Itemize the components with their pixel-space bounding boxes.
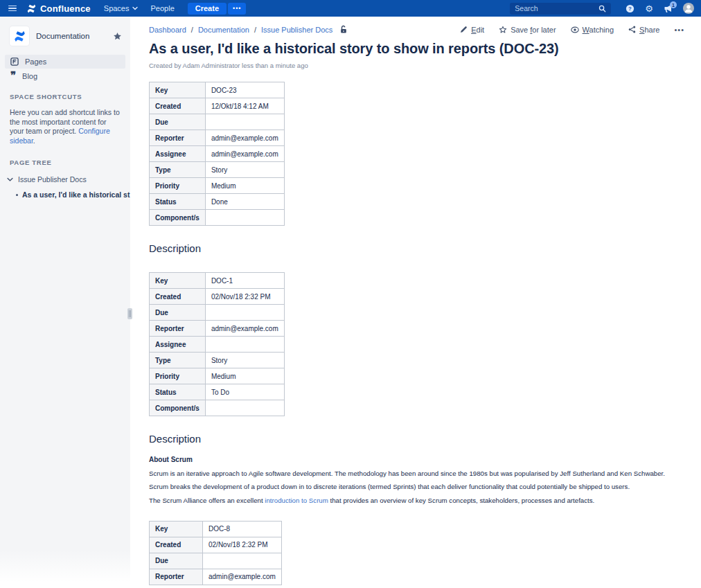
sidebar-resize-handle[interactable]: [127, 308, 132, 319]
table-row: Priority Medium: [150, 178, 285, 194]
field-label-cell: Key: [150, 273, 206, 289]
field-value-cell: Story: [205, 353, 284, 368]
nav-spaces[interactable]: Spaces: [104, 4, 138, 12]
breadcrumb-separator: /: [254, 26, 256, 34]
field-label-cell: Assignee: [150, 146, 206, 162]
table-row: Key DOC-8: [150, 521, 282, 537]
share-button[interactable]: Share: [628, 26, 659, 34]
table-row: Reporter admin@example.com: [150, 569, 282, 585]
paragraph-text: that provides an overview of key Scrum c…: [328, 497, 594, 504]
tree-item-issue-publisher-docs[interactable]: Issue Publisher Docs: [7, 175, 121, 184]
shortcuts-text-period: .: [33, 136, 35, 145]
field-value-cell: admin@example.com: [205, 130, 284, 146]
save-for-later-button[interactable]: Save for later: [499, 26, 556, 34]
tree-item-current-page[interactable]: As a user, I'd like a historical st: [16, 190, 130, 199]
description-heading: Description: [149, 433, 684, 445]
notification-badge: 1: [670, 1, 677, 8]
page-byline: Created by Adam Administrator less than …: [149, 62, 684, 69]
paragraph-text: The Scrum Alliance offers an excellent: [149, 497, 265, 504]
search-icon: [598, 5, 606, 12]
pencil-icon: [460, 26, 468, 33]
issue-table-doc8: Key DOC-8 Created 02/Nov/18 2:32 PM Due …: [149, 521, 282, 585]
unrestricted-lock-icon[interactable]: [339, 25, 348, 34]
field-label-cell: Key: [150, 521, 203, 537]
introduction-to-scrum-link[interactable]: introduction to Scrum: [265, 497, 328, 504]
sidebar-item-pages[interactable]: Pages: [5, 55, 125, 69]
field-label-cell: Type: [150, 162, 206, 178]
edit-button[interactable]: Edit: [460, 26, 484, 34]
create-button[interactable]: Create: [188, 3, 227, 15]
table-row: Created 02/Nov/18 2:32 PM: [150, 289, 285, 305]
field-label-cell: Created: [150, 289, 206, 305]
settings-gear-icon[interactable]: ⚙: [645, 4, 653, 13]
search-box[interactable]: [510, 3, 611, 15]
page-actions: Edit Save for later Watching Share •••: [460, 26, 684, 34]
field-label-cell: Status: [150, 384, 206, 400]
table-row: Assignee admin@example.com: [150, 146, 285, 162]
user-avatar[interactable]: [683, 3, 694, 14]
field-label-cell: Reporter: [150, 130, 206, 146]
search-input[interactable]: [515, 4, 598, 12]
field-value-cell: [205, 305, 284, 321]
tree-item-bullet: [16, 194, 18, 196]
favourite-star-icon[interactable]: [113, 32, 122, 41]
watching-button[interactable]: Watching: [571, 26, 614, 34]
tree-collapse-chevron-icon[interactable]: [7, 177, 13, 182]
breadcrumb-dashboard[interactable]: Dashboard: [149, 26, 186, 34]
breadcrumb: Dashboard / Documentation / Issue Publis…: [149, 25, 348, 34]
field-value-cell: DOC-8: [203, 521, 282, 537]
field-value-cell: 12/Okt/18 4:12 AM: [205, 98, 284, 114]
confluence-logo[interactable]: Confluence: [26, 3, 91, 14]
star-outline-icon: [499, 26, 507, 34]
more-actions-button[interactable]: •••: [674, 26, 684, 34]
announcements-icon[interactable]: 1: [664, 4, 673, 12]
hamburger-menu-icon[interactable]: [8, 6, 17, 12]
table-row: Due: [150, 553, 282, 569]
help-icon[interactable]: ?: [625, 4, 635, 13]
issue-table-doc1: Key DOC-1 Created 02/Nov/18 2:32 PM Due …: [149, 272, 285, 416]
field-label-cell: Due: [150, 553, 203, 569]
field-label-cell: Due: [150, 114, 206, 130]
breadcrumb-documentation[interactable]: Documentation: [198, 26, 249, 34]
sidebar-item-label: Blog: [22, 72, 37, 80]
paragraph-scrum-alliance: The Scrum Alliance offers an excellent i…: [149, 497, 684, 504]
table-row: Key DOC-23: [150, 82, 285, 98]
eye-icon: [571, 26, 579, 33]
field-value-cell: [205, 337, 284, 353]
paragraph-scrum-sprints: Scrum breaks the development of a produc…: [149, 483, 684, 490]
field-label-cell: Due: [150, 305, 206, 321]
create-more-button[interactable]: •••: [228, 3, 246, 15]
about-scrum-heading: About Scrum: [149, 456, 684, 463]
tree-item-label: Issue Publisher Docs: [18, 175, 87, 184]
space-logo-icon: [10, 26, 29, 46]
space-header[interactable]: Documentation: [0, 17, 130, 55]
field-value-cell: 02/Nov/18 2:32 PM: [205, 289, 284, 305]
field-label-cell: Reporter: [150, 569, 203, 585]
field-value-cell: Done: [205, 194, 284, 210]
chevron-down-icon: [132, 6, 138, 10]
field-label-cell: Priority: [150, 178, 206, 194]
sidebar-item-label: Pages: [25, 57, 46, 66]
field-value-cell: 02/Nov/18 2:32 PM: [203, 537, 282, 553]
table-row: Due: [150, 305, 285, 321]
table-row: Reporter admin@example.com: [150, 321, 285, 337]
table-row: Type Story: [150, 353, 285, 368]
sidebar-item-blog[interactable]: ❞ Blog: [5, 69, 125, 83]
space-shortcuts-description: Here you can add shortcut links to the m…: [10, 108, 121, 145]
page-content: Dashboard / Documentation / Issue Publis…: [130, 17, 701, 588]
table-row: Reporter admin@example.com: [150, 130, 285, 146]
field-value-cell: [205, 210, 284, 226]
field-label-cell: Assignee: [150, 337, 206, 353]
space-shortcuts-heading: SPACE SHORTCUTS: [10, 93, 121, 100]
field-value-cell: DOC-1: [205, 273, 284, 289]
table-row: Assignee: [150, 337, 285, 353]
nav-people[interactable]: People: [151, 4, 175, 12]
description-heading: Description: [149, 242, 684, 254]
share-icon: [628, 26, 636, 33]
breadcrumb-issue-publisher-docs[interactable]: Issue Publisher Docs: [261, 26, 332, 34]
field-label-cell: Status: [150, 194, 206, 210]
field-value-cell: admin@example.com: [203, 569, 282, 585]
app-name: Confluence: [40, 3, 91, 14]
page-tree-heading: PAGE TREE: [10, 159, 121, 166]
field-value-cell: Story: [205, 162, 284, 178]
